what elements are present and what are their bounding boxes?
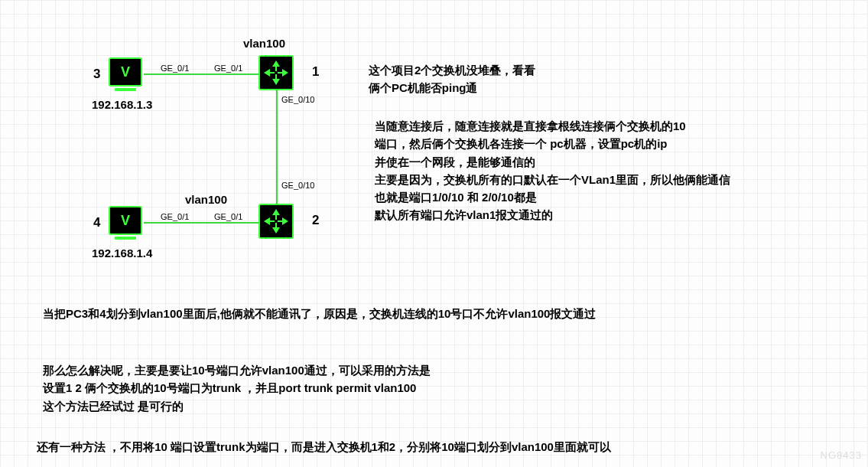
para1-l1: 当随意连接后，随意连接就是直接拿根线连接俩个交换机的10 (375, 117, 730, 135)
svg-marker-7 (278, 217, 288, 225)
sw2-number: 2 (312, 213, 319, 228)
para3-l2: 设置1 2 俩个交换机的10号端口为trunk ，并且port trunk pe… (43, 379, 431, 397)
sw1-vlan-label: vlan100 (243, 37, 285, 50)
paragraph2: 当把PC3和4划分到vlan100里面后,他俩就不能通讯了，原因是，交换机连线的… (43, 305, 596, 322)
paragraph3: 那么怎么解决呢，主要是要让10号端口允许vlan100通过，可以采用的方法是 设… (43, 361, 431, 415)
link-sw1-sw2 (276, 90, 278, 205)
intro-line2: 俩个PC机能否ping通 (369, 79, 535, 96)
pc3-icon[interactable]: V (109, 57, 142, 87)
sw2-port-up: GE_0/10 (281, 181, 314, 190)
sw1-icon[interactable] (258, 55, 294, 90)
svg-marker-4 (272, 209, 280, 220)
paragraph1: 当随意连接后，随意连接就是直接拿根线连接俩个交换机的10 端口，然后俩个交换机各… (375, 117, 730, 224)
para1-l2: 端口，然后俩个交换机各连接一个 pc机器，设置pc机的ip (375, 135, 730, 152)
pc3-ip: 192.168.1.3 (92, 98, 152, 111)
pc3-number: 3 (93, 67, 100, 82)
pc4-port: GE_0/1 (161, 212, 189, 221)
sw2-icon[interactable] (258, 204, 294, 239)
intro-text: 这个项目2个交换机没堆叠，看看 俩个PC机能否ping通 (369, 61, 535, 97)
svg-marker-2 (264, 69, 275, 77)
intro-line1: 这个项目2个交换机没堆叠，看看 (369, 61, 535, 79)
switch-arrows-icon (263, 208, 289, 234)
para3-l3: 这个方法已经试过 是可行的 (43, 397, 431, 415)
para1-l5: 也就是端口1/0/10 和 2/0/10都是 (375, 188, 730, 206)
pc3-port: GE_0/1 (161, 64, 189, 73)
link-pc3-sw1 (144, 73, 258, 75)
svg-marker-3 (278, 69, 288, 77)
svg-marker-1 (272, 74, 280, 85)
para2: 当把PC3和4划分到vlan100里面后,他俩就不能通讯了，原因是，交换机连线的… (43, 305, 596, 322)
sw2-vlan-label: vlan100 (185, 193, 227, 206)
pc3-icon-letter: V (121, 64, 130, 80)
link-pc4-sw2 (144, 222, 258, 224)
para1-l6: 默认所有端口允许vlan1报文通过的 (375, 206, 730, 224)
sw1-port-left: GE_0/1 (214, 64, 242, 73)
pc4-icon-letter: V (121, 213, 130, 229)
watermark: NG8433 (821, 449, 862, 461)
pc4-number: 4 (93, 215, 100, 230)
para3-l1: 那么怎么解决呢，主要是要让10号端口允许vlan100通过，可以采用的方法是 (43, 361, 431, 379)
pc4-icon[interactable]: V (109, 206, 142, 235)
sw1-port-down: GE_0/10 (281, 95, 314, 104)
svg-marker-6 (264, 217, 275, 225)
paragraph4: 还有一种方法 ，不用将10 端口设置trunk为端口，而是进入交换机1和2，分别… (37, 438, 611, 456)
pc4-ip: 192.168.1.4 (92, 247, 152, 260)
svg-marker-5 (272, 223, 280, 234)
sw1-number: 1 (312, 64, 319, 80)
para1-l3: 并使在一个网段，是能够通信的 (375, 153, 730, 171)
sw2-port-left: GE_0/1 (214, 212, 242, 221)
para1-l4: 主要是因为，交换机所有的口默认在一个VLan1里面，所以他俩能通信 (375, 171, 730, 188)
svg-marker-0 (272, 60, 280, 71)
switch-arrows-icon (263, 60, 289, 86)
para4: 还有一种方法 ，不用将10 端口设置trunk为端口，而是进入交换机1和2，分别… (37, 438, 611, 456)
